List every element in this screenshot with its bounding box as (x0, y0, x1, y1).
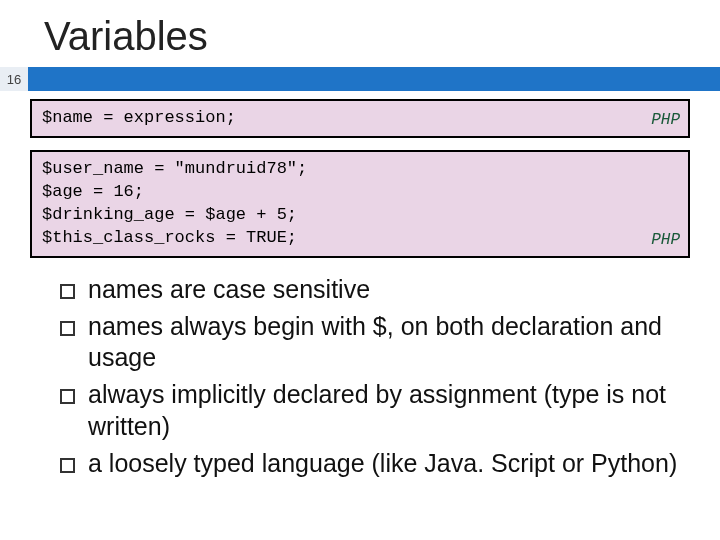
list-item: names are case sensitive (60, 274, 690, 305)
code-line: $drinking_age = $age + 5; (42, 204, 678, 227)
code-line: $this_class_rocks = TRUE; (42, 227, 678, 250)
code-line: $name = expression; (42, 107, 678, 130)
code-language-label: PHP (651, 110, 680, 132)
code-line: $age = 16; (42, 181, 678, 204)
page-title: Variables (0, 0, 720, 67)
list-item: a loosely typed language (like Java. Scr… (60, 448, 690, 479)
code-line: $user_name = "mundruid78"; (42, 158, 678, 181)
page-number: 16 (0, 67, 28, 91)
list-item: always implicitly declared by assignment… (60, 379, 690, 442)
code-area: $name = expression; PHP $user_name = "mu… (0, 91, 720, 274)
code-language-label: PHP (651, 230, 680, 252)
accent-bar: 16 (0, 67, 720, 91)
code-box-syntax: $name = expression; PHP (30, 99, 690, 138)
list-item: names always begin with $, on both decla… (60, 311, 690, 374)
bullet-list: names are case sensitive names always be… (0, 274, 720, 480)
slide: Variables 16 $name = expression; PHP $us… (0, 0, 720, 540)
code-box-example: $user_name = "mundruid78"; $age = 16; $d… (30, 150, 690, 258)
